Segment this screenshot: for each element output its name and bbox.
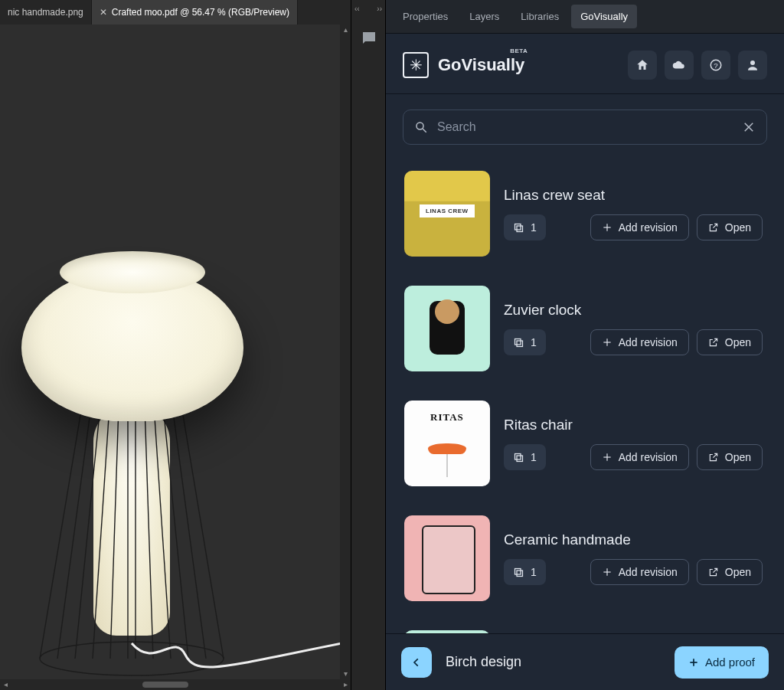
add-revision-button[interactable]: Add revision	[590, 214, 689, 240]
project-title: Birch design	[446, 654, 521, 670]
open-button[interactable]: Open	[697, 214, 763, 240]
document-tab[interactable]: ✕ Crafted moo.pdf @ 56.47 % (RGB/Preview…	[92, 0, 298, 25]
open-button[interactable]: Open	[697, 444, 763, 470]
open-external-icon	[708, 337, 719, 348]
add-revision-button[interactable]: Add revision	[590, 559, 689, 585]
editor-pane: nic handmade.png ✕ Crafted moo.pdf @ 56.…	[0, 0, 351, 690]
search-field[interactable]	[403, 110, 767, 145]
govisually-panel: Properties Layers Libraries GoVisually ✳…	[386, 0, 784, 690]
vertical-scrollbar[interactable]: ▴ ▾	[340, 25, 351, 679]
chevron-down-icon[interactable]: ▾	[340, 669, 351, 679]
chevron-right-icon[interactable]: ▸	[340, 679, 351, 690]
svg-point-17	[416, 123, 423, 129]
svg-rect-26	[517, 341, 523, 347]
revision-count: 1	[504, 559, 546, 585]
chevron-left-icon[interactable]: ◂	[0, 679, 11, 690]
chevron-up-icon[interactable]: ▴	[340, 25, 351, 35]
svg-line-6	[110, 406, 119, 659]
lamp-cord-icon	[132, 628, 340, 680]
chevron-left-icon	[411, 657, 422, 668]
proof-thumbnail	[404, 171, 490, 257]
document-tab-label: nic handmade.png	[8, 7, 83, 18]
proof-card[interactable]: Ceramic handmade 1 Add revision Open	[397, 508, 773, 609]
canvas-viewport[interactable]	[0, 25, 340, 679]
stack-icon	[513, 222, 524, 234]
proof-title: Linas crew seat	[504, 187, 763, 204]
proof-card[interactable]: Zuvier clock 1 Add revision Open	[397, 278, 773, 379]
horizontal-scrollbar[interactable]: ◂ ▸	[0, 679, 351, 690]
proof-card[interactable]: Ritas chair 1 Add revision Open	[397, 393, 773, 494]
svg-rect-33	[515, 568, 521, 574]
proof-title: Ritas chair	[504, 417, 763, 433]
svg-rect-21	[515, 224, 521, 230]
add-revision-button[interactable]: Add revision	[590, 329, 689, 355]
collapse-left-icon[interactable]: ‹‹	[354, 5, 360, 13]
beta-badge: BETA	[510, 47, 528, 54]
open-button[interactable]: Open	[697, 559, 763, 585]
document-tab[interactable]: nic handmade.png	[0, 0, 92, 25]
panel-tabs: Properties Layers Libraries GoVisually	[386, 0, 784, 34]
plus-icon	[602, 337, 612, 348]
proof-thumbnail	[404, 401, 490, 486]
tab-properties[interactable]: Properties	[394, 5, 457, 28]
home-button[interactable]	[628, 51, 657, 80]
brand-name: GoVisually	[438, 55, 524, 74]
proof-list: Linas crew seat 1 Add revision	[386, 163, 784, 633]
proof-card[interactable]: Linas crew seat 1 Add revision	[397, 163, 773, 264]
proof-thumbnail	[404, 515, 490, 601]
account-button[interactable]	[738, 51, 767, 80]
tab-govisually[interactable]: GoVisually	[571, 5, 637, 28]
svg-point-16	[750, 60, 755, 65]
panel-gutter: ‹‹ ››	[351, 0, 386, 690]
svg-rect-29	[515, 453, 521, 459]
user-icon	[746, 58, 760, 72]
svg-rect-22	[517, 226, 523, 232]
tab-libraries[interactable]: Libraries	[511, 5, 568, 28]
close-icon[interactable]: ✕	[100, 7, 107, 18]
svg-rect-25	[515, 338, 521, 345]
svg-line-3	[57, 406, 91, 659]
svg-text:?: ?	[714, 61, 718, 70]
add-revision-button[interactable]: Add revision	[590, 444, 689, 470]
revision-count: 1	[504, 214, 546, 240]
collapse-right-icon[interactable]: ››	[377, 5, 382, 13]
svg-line-9	[145, 406, 153, 659]
tab-layers[interactable]: Layers	[460, 5, 508, 28]
search-icon	[414, 120, 428, 134]
open-external-icon	[708, 452, 719, 463]
open-external-icon	[708, 567, 719, 577]
artwork-lamp	[2, 138, 323, 613]
proof-title: Zuvier clock	[504, 302, 763, 319]
stack-icon	[513, 567, 524, 578]
document-tab-label: Crafted moo.pdf @ 56.47 % (RGB/Preview)	[112, 7, 289, 18]
document-tabs: nic handmade.png ✕ Crafted moo.pdf @ 56.…	[0, 0, 351, 25]
svg-line-5	[93, 406, 109, 659]
home-icon	[635, 58, 649, 72]
back-button[interactable]	[401, 647, 432, 678]
brand-logo-icon: ✳	[403, 52, 429, 78]
cloud-button[interactable]	[665, 51, 694, 80]
plus-icon	[688, 657, 699, 668]
comment-icon[interactable]	[360, 29, 378, 47]
help-icon: ?	[709, 58, 723, 72]
plus-icon	[602, 567, 612, 577]
cloud-icon	[672, 58, 686, 72]
proof-card[interactable]	[397, 623, 773, 633]
proof-title: Ceramic handmade	[504, 531, 763, 548]
scroll-thumb[interactable]	[142, 682, 188, 688]
add-proof-button[interactable]: Add proof	[675, 646, 769, 679]
svg-line-18	[423, 129, 426, 132]
svg-line-12	[172, 406, 206, 659]
svg-rect-34	[517, 571, 523, 577]
open-button[interactable]: Open	[697, 329, 763, 355]
clear-icon[interactable]	[742, 120, 756, 134]
search-input[interactable]	[437, 120, 733, 134]
stack-icon	[513, 452, 524, 463]
brand: ✳ GoVisually BETA	[403, 52, 524, 78]
stack-icon	[513, 337, 524, 348]
proof-thumbnail	[404, 286, 490, 371]
help-button[interactable]: ?	[701, 51, 730, 80]
svg-line-11	[163, 406, 188, 659]
open-external-icon	[708, 222, 719, 233]
revision-count: 1	[504, 329, 546, 355]
